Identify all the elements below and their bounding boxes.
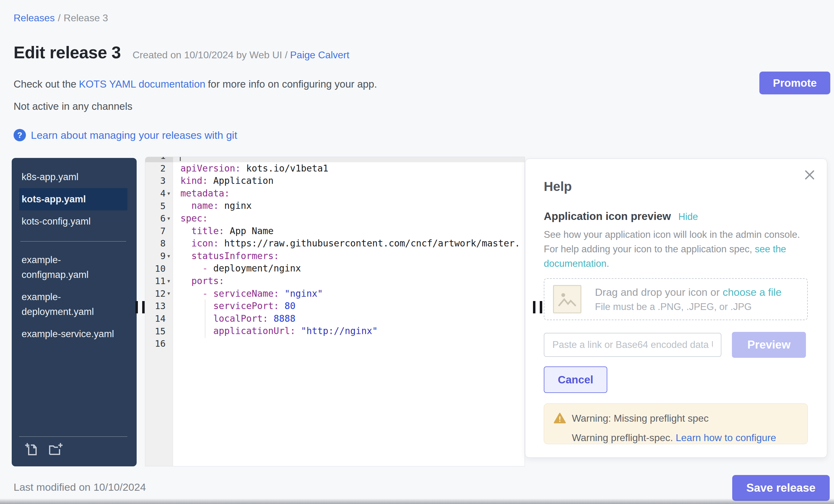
code-line-6[interactable]: 6▾spec: bbox=[145, 212, 525, 225]
warning-text: Warning preflight-spec. bbox=[572, 432, 673, 443]
created-text: Created on 10/10/2024 by Web UI / bbox=[133, 49, 288, 61]
kots-yaml-doc-link[interactable]: KOTS YAML documentation bbox=[79, 78, 205, 90]
last-modified-text: Last modified on 10/10/2024 bbox=[14, 481, 146, 493]
author-link[interactable]: Paige Calvert bbox=[290, 49, 349, 61]
choose-file-link[interactable]: choose a file bbox=[723, 286, 782, 298]
section-title: Application icon preview bbox=[544, 210, 671, 222]
help-panel: Help Application icon preview Hide See h… bbox=[525, 158, 827, 458]
channel-status: Not active in any channels bbox=[14, 101, 132, 112]
line-number-cell: 15 bbox=[145, 325, 173, 337]
code-line-14[interactable]: 14 localPort: 8888 bbox=[145, 312, 525, 325]
dropzone-text: Drag and drop your icon or bbox=[595, 286, 720, 298]
breadcrumb-releases-link[interactable]: Releases bbox=[14, 12, 54, 23]
panel-resize-handle-right-a[interactable] bbox=[533, 301, 535, 313]
sidebar-divider bbox=[20, 241, 126, 242]
panel-resize-handle-right-b[interactable] bbox=[540, 301, 542, 313]
line-number-cell: 6▾ bbox=[145, 212, 173, 225]
icon-preview-section: Application icon preview Hide bbox=[544, 210, 808, 222]
icon-url-row: Preview bbox=[544, 332, 808, 358]
icon-url-input[interactable] bbox=[544, 333, 721, 357]
git-help-label: Learn about managing your releases with … bbox=[31, 129, 237, 141]
line-number-cell: 14 bbox=[145, 312, 173, 325]
editor-resize-handle-left-a[interactable] bbox=[135, 301, 138, 313]
preview-button[interactable]: Preview bbox=[732, 332, 806, 358]
code-line-1[interactable]: 1--- bbox=[145, 157, 525, 162]
code-line-5[interactable]: 5 name: nginx bbox=[145, 200, 525, 212]
sidebar-file-example-configmap.yaml[interactable]: example-configmap.yaml bbox=[19, 249, 127, 286]
code-line-4[interactable]: 4▾metadata: bbox=[145, 187, 525, 200]
fold-arrow-icon[interactable]: ▾ bbox=[166, 215, 172, 222]
title-row: Edit release 3 Created on 10/10/2024 by … bbox=[14, 43, 349, 62]
edit-release-page: Releases/Release 3 Edit release 3 Create… bbox=[0, 0, 834, 504]
code-line-9[interactable]: 9▾ statusInformers: bbox=[145, 250, 525, 262]
breadcrumb: Releases/Release 3 bbox=[14, 12, 108, 24]
dropzone-text-block: Drag and drop your icon or choose a file… bbox=[595, 286, 782, 312]
editor-resize-handle-left-b[interactable] bbox=[142, 301, 145, 313]
sidebar-file-example-deployment.yaml[interactable]: example-deployment.yaml bbox=[19, 286, 127, 323]
text-cursor bbox=[180, 157, 181, 161]
new-folder-icon[interactable] bbox=[48, 442, 63, 457]
sidebar-file-kots-app.yaml[interactable]: kots-app.yaml bbox=[19, 188, 127, 210]
line-number-cell: 13 bbox=[145, 300, 173, 312]
warning-title: Warning: Missing preflight spec bbox=[572, 413, 708, 424]
fold-arrow-icon[interactable]: ▾ bbox=[166, 290, 172, 297]
code-line-2[interactable]: 2apiVersion: kots.io/v1beta1 bbox=[145, 162, 525, 175]
fold-arrow-icon[interactable]: ▾ bbox=[166, 190, 172, 197]
code-line-8[interactable]: 8 icon: https://raw.githubusercontent.co… bbox=[145, 237, 525, 250]
cancel-button[interactable]: Cancel bbox=[544, 367, 607, 393]
new-file-icon[interactable] bbox=[25, 442, 40, 457]
line-number-cell: 2 bbox=[145, 162, 173, 175]
preflight-warning: Warning: Missing preflight spec Warning … bbox=[544, 403, 808, 444]
line-number-cell: 9▾ bbox=[145, 250, 173, 262]
indent-guide bbox=[205, 300, 205, 337]
save-release-button[interactable]: Save release bbox=[732, 475, 830, 501]
line-number-cell: 11▾ bbox=[145, 275, 173, 287]
warning-triangle-icon bbox=[553, 412, 566, 425]
doc-prefix: Check out the bbox=[14, 78, 76, 90]
code-line-16[interactable]: 16 bbox=[145, 337, 525, 350]
dropzone-hint: File must be a .PNG, .JPEG, or .JPG bbox=[595, 301, 782, 312]
git-help-link[interactable]: ? Learn about managing your releases wit… bbox=[14, 129, 237, 141]
code-line-11[interactable]: 11▾ ports: bbox=[145, 275, 525, 287]
sidebar-file-example-service.yaml[interactable]: example-service.yaml bbox=[19, 323, 127, 345]
file-sidebar: k8s-app.yamlkots-app.yamlkots-config.yam… bbox=[12, 158, 137, 466]
line-number-cell: 16 bbox=[145, 337, 173, 350]
code-line-10[interactable]: 10 - deployment/nginx bbox=[145, 262, 525, 275]
code-line-13[interactable]: 13 servicePort: 80 bbox=[145, 300, 525, 312]
breadcrumb-current: Release 3 bbox=[64, 12, 108, 23]
code-line-15[interactable]: 15 applicationUrl: "http://nginx" bbox=[145, 325, 525, 337]
sidebar-file-k8s-app.yaml[interactable]: k8s-app.yaml bbox=[19, 166, 127, 188]
bottom-edge-shadow bbox=[0, 499, 834, 504]
sidebar-file-list-bottom: example-configmap.yamlexample-deployment… bbox=[12, 246, 137, 345]
description-period: . bbox=[607, 258, 609, 269]
sidebar-footer bbox=[19, 436, 127, 457]
created-info: Created on 10/10/2024 by Web UI /Paige C… bbox=[133, 49, 349, 61]
code-line-3[interactable]: 3kind: Application bbox=[145, 175, 525, 187]
code-line-7[interactable]: 7 title: App Name bbox=[145, 225, 525, 238]
help-panel-content: Help Application icon preview Hide See h… bbox=[525, 159, 827, 457]
line-number-cell: 8 bbox=[145, 237, 173, 250]
question-mark-icon: ? bbox=[14, 129, 26, 141]
fold-arrow-icon[interactable]: ▾ bbox=[166, 253, 172, 259]
code-line-12[interactable]: 12▾ - serviceName: "nginx" bbox=[145, 287, 525, 300]
fold-arrow-icon[interactable]: ▾ bbox=[166, 278, 172, 284]
line-number-cell: 10 bbox=[145, 262, 173, 275]
breadcrumb-separator: / bbox=[58, 12, 61, 23]
kots-doc-line: Check out theKOTS YAML documentationfor … bbox=[14, 78, 377, 90]
image-placeholder-icon bbox=[553, 285, 581, 313]
line-number-cell: 7 bbox=[145, 225, 173, 238]
line-number-cell: 4▾ bbox=[145, 187, 173, 200]
line-number-cell: 1 bbox=[145, 157, 173, 162]
yaml-editor[interactable]: 1---2apiVersion: kots.io/v1beta13kind: A… bbox=[145, 157, 525, 466]
sidebar-file-list-top: k8s-app.yamlkots-app.yamlkots-config.yam… bbox=[12, 158, 137, 233]
page-title: Edit release 3 bbox=[14, 43, 121, 62]
promote-button[interactable]: Promote bbox=[759, 71, 830, 94]
sidebar-file-kots-config.yaml[interactable]: kots-config.yaml bbox=[19, 210, 127, 233]
line-number-cell: 5 bbox=[145, 200, 173, 212]
hide-link[interactable]: Hide bbox=[678, 211, 698, 222]
line-number-cell: 3 bbox=[145, 175, 173, 187]
editor-rows: 1---2apiVersion: kots.io/v1beta13kind: A… bbox=[145, 157, 525, 350]
close-icon[interactable] bbox=[803, 168, 816, 182]
icon-dropzone[interactable]: Drag and drop your icon or choose a file… bbox=[544, 278, 808, 320]
learn-how-to-configure-link[interactable]: Learn how to configure bbox=[676, 432, 776, 443]
